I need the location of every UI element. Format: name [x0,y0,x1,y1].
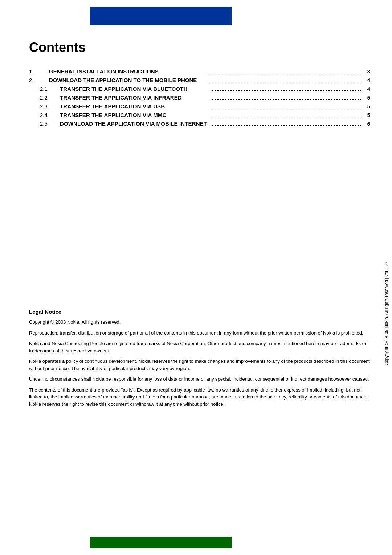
page-wrapper: Copyright © 2005 Nokia. All rights reser… [0,0,392,555]
toc-label-22: TRANSFER THE APPLICATION VIA INFRARED [60,94,209,101]
toc-dots-21 [212,90,361,91]
toc-page-2: 4 [363,77,370,83]
toc-label-24: TRANSFER THE APPLICATION VIA MMC [60,112,209,118]
toc-page-25: 6 [363,121,370,127]
toc: 1. GENERAL INSTALLATION INSTRUCTIONS 3 2… [29,68,370,127]
toc-number-23: 2.3 [40,103,60,109]
toc-item-25: 2.5 DOWNLOAD THE APPLICATION VIA MOBILE … [29,121,370,127]
main-content: Contents 1. GENERAL INSTALLATION INSTRUC… [29,40,370,526]
toc-item-24: 2.4 TRANSFER THE APPLICATION VIA MMC 5 [29,112,370,118]
toc-number-1: 1. [29,68,49,74]
toc-label-21: TRANSFER THE APPLICATION VIA BLUETOOTH [60,86,209,92]
legal-para-1: Reproduction, transfer, distribution or … [29,329,370,337]
toc-page-24: 5 [363,112,370,118]
toc-item-1: 1. GENERAL INSTALLATION INSTRUCTIONS 3 [29,68,370,75]
toc-dots-1 [206,73,361,73]
header-bar [90,7,232,25]
legal-para-0: Copyright © 2003 Nokia. All rights reser… [29,319,370,326]
page-title: Contents [29,40,370,55]
toc-dots-25 [212,125,361,126]
toc-page-22: 5 [363,94,370,101]
toc-item-2: 2. DOWNLOAD THE APPLICATION TO THE MOBIL… [29,77,370,84]
toc-label-2: DOWNLOAD THE APPLICATION TO THE MOBILE P… [49,77,204,83]
toc-number-2: 2. [29,77,49,83]
legal-title: Legal Notice [29,309,370,315]
toc-page-23: 5 [363,103,370,109]
side-copyright-text: Copyright © 2005 Nokia. All rights reser… [384,262,389,365]
toc-page-1: 3 [363,68,370,74]
toc-dots-24 [212,117,361,117]
legal-para-2: Nokia and Nokia Connecting People are re… [29,340,370,354]
toc-dots-22 [212,99,361,100]
toc-dots-2 [206,82,361,82]
toc-number-22: 2.2 [40,94,60,101]
toc-dots-23 [212,108,361,108]
toc-label-25: DOWNLOAD THE APPLICATION VIA MOBILE INTE… [60,121,209,127]
side-copyright-container: Copyright © 2005 Nokia. All rights reser… [384,145,389,482]
toc-label-1: GENERAL INSTALLATION INSTRUCTIONS [49,68,204,74]
legal-para-3: Nokia operates a policy of continuous de… [29,358,370,372]
toc-number-24: 2.4 [40,112,60,118]
toc-page-21: 4 [363,86,370,92]
footer-bar [90,537,232,548]
legal-para-4: Under no circumstances shall Nokia be re… [29,376,370,383]
toc-item-22: 2.2 TRANSFER THE APPLICATION VIA INFRARE… [29,94,370,101]
toc-number-21: 2.1 [40,86,60,92]
toc-item-21: 2.1 TRANSFER THE APPLICATION VIA BLUETOO… [29,86,370,92]
toc-number-25: 2.5 [40,121,60,127]
legal-section: Legal Notice Copyright © 2003 Nokia. All… [29,309,370,408]
toc-item-23: 2.3 TRANSFER THE APPLICATION VIA USB 5 [29,103,370,110]
legal-para-5: The contents of this document are provid… [29,386,370,408]
toc-label-23: TRANSFER THE APPLICATION VIA USB [60,103,209,109]
